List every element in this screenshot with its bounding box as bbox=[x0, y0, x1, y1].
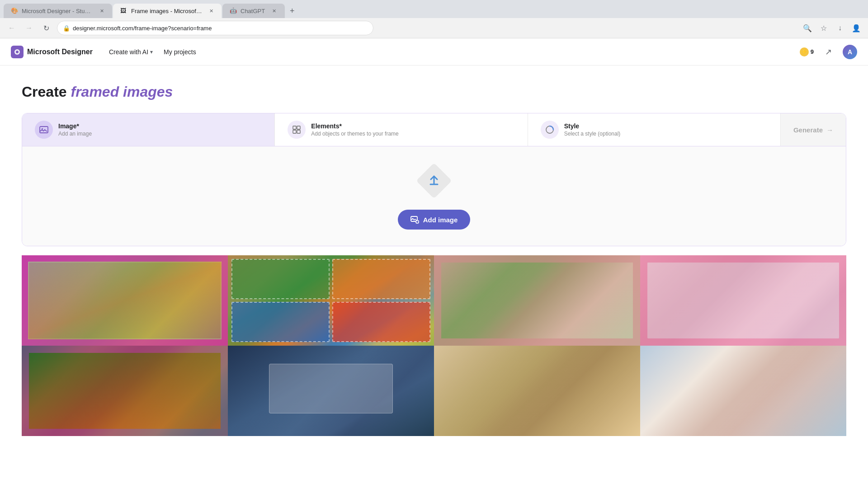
tab-designer-stunning[interactable]: 🎨 Microsoft Designer - Stunning... ✕ bbox=[4, 4, 112, 18]
my-projects-label: My projects bbox=[164, 48, 196, 56]
create-with-ai-nav[interactable]: Create with AI ▾ bbox=[104, 45, 158, 59]
svg-rect-6 bbox=[297, 126, 300, 129]
image-icon bbox=[39, 125, 49, 135]
image-section-text: Image* Add an image bbox=[58, 122, 92, 137]
generate-button[interactable]: Generate → bbox=[781, 113, 846, 146]
gallery bbox=[22, 255, 846, 436]
svg-rect-5 bbox=[293, 126, 296, 129]
back-button[interactable]: ← bbox=[5, 22, 18, 34]
svg-rect-8 bbox=[297, 130, 300, 133]
elements-icon bbox=[292, 125, 302, 135]
lens-button[interactable]: 🔍 bbox=[801, 22, 814, 34]
gallery-item-fruits[interactable] bbox=[22, 346, 228, 436]
address-bar: ← → ↻ 🔒 designer.microsoft.com/frame-ima… bbox=[0, 18, 868, 38]
elements-section-icon bbox=[288, 121, 306, 139]
forward-button[interactable]: → bbox=[23, 22, 35, 34]
add-image-label: Add image bbox=[423, 216, 458, 224]
add-image-icon bbox=[410, 215, 420, 224]
gallery-overlay-craft bbox=[434, 346, 640, 436]
svg-point-2 bbox=[16, 51, 19, 53]
logo-icon bbox=[11, 46, 24, 58]
url-text: designer.microsoft.com/frame-image?scena… bbox=[73, 25, 212, 32]
style-section[interactable]: Style Select a style (optional) bbox=[528, 113, 781, 146]
tab-favicon-2: 🖼 bbox=[120, 7, 127, 14]
tab-close-3[interactable]: ✕ bbox=[270, 7, 278, 14]
profile-button[interactable]: 👤 bbox=[850, 22, 863, 34]
svg-point-4 bbox=[42, 128, 43, 130]
tab-title-2: Frame images - Microsoft Des... bbox=[131, 8, 203, 14]
style-section-icon bbox=[541, 121, 559, 139]
tab-close-1[interactable]: ✕ bbox=[99, 7, 105, 14]
image-section-label: Image* bbox=[58, 122, 92, 130]
style-section-text: Style Select a style (optional) bbox=[564, 122, 621, 137]
header-right: ⚡ 9 ↗ A bbox=[800, 45, 857, 59]
gallery-item-cupcake[interactable] bbox=[22, 255, 228, 346]
gallery-item-craft[interactable] bbox=[434, 346, 640, 436]
app-logo[interactable]: Microsoft Designer bbox=[11, 46, 93, 58]
gallery-item-stamps[interactable] bbox=[228, 255, 434, 346]
gallery-item-wedding[interactable] bbox=[434, 255, 640, 346]
elements-section-label: Elements* bbox=[311, 122, 398, 130]
gallery-inner-pink-bow bbox=[647, 263, 839, 338]
coin-icon: ⚡ bbox=[800, 47, 809, 56]
coins-badge[interactable]: ⚡ 9 bbox=[800, 47, 814, 56]
tab-frame-images[interactable]: 🖼 Frame images - Microsoft Des... ✕ bbox=[113, 4, 222, 18]
my-projects-nav[interactable]: My projects bbox=[158, 45, 202, 59]
gallery-item-tools[interactable] bbox=[228, 346, 434, 436]
browser-chrome: 🎨 Microsoft Designer - Stunning... ✕ 🖼 F… bbox=[0, 0, 868, 38]
bookmark-button[interactable]: ☆ bbox=[817, 22, 830, 34]
tab-title-3: ChatGPT bbox=[241, 8, 265, 14]
tab-favicon-3: 🤖 bbox=[230, 7, 237, 14]
tool-wrapper: Image* Add an image Elements* Add obje bbox=[22, 113, 846, 246]
gallery-overlay-cats bbox=[640, 346, 846, 436]
avatar[interactable]: A bbox=[843, 45, 857, 59]
gallery-item-pink-bow[interactable] bbox=[640, 255, 846, 346]
image-section-icon bbox=[35, 121, 53, 139]
generate-btn-label: Generate bbox=[793, 126, 823, 134]
elements-section-sublabel: Add objects or themes to your frame bbox=[311, 131, 398, 137]
toolbar: Image* Add an image Elements* Add obje bbox=[22, 113, 846, 146]
add-image-button[interactable]: Add image bbox=[398, 210, 471, 230]
new-tab-button[interactable]: + bbox=[286, 5, 298, 17]
style-section-label: Style bbox=[564, 122, 621, 130]
page-title-plain: Create bbox=[22, 84, 71, 100]
drop-zone[interactable]: Add image bbox=[22, 146, 846, 246]
svg-rect-7 bbox=[293, 130, 296, 133]
coins-count: 9 bbox=[811, 48, 814, 55]
style-icon bbox=[545, 125, 555, 135]
create-with-ai-label: Create with AI bbox=[109, 48, 148, 56]
gallery-item-cats[interactable] bbox=[640, 346, 846, 436]
gallery-inner-cupcake bbox=[28, 262, 222, 339]
create-with-ai-dropdown-arrow: ▾ bbox=[150, 49, 153, 55]
lock-icon: 🔒 bbox=[63, 25, 70, 32]
gallery-inner-tools bbox=[269, 364, 393, 413]
svg-rect-3 bbox=[40, 127, 48, 133]
download-history-button[interactable]: ↓ bbox=[834, 22, 846, 34]
tab-title-1: Microsoft Designer - Stunning... bbox=[22, 8, 93, 14]
elements-section-text: Elements* Add objects or themes to your … bbox=[311, 122, 398, 137]
tab-bar: 🎨 Microsoft Designer - Stunning... ✕ 🖼 F… bbox=[0, 0, 868, 18]
tab-close-2[interactable]: ✕ bbox=[208, 7, 214, 14]
address-input[interactable]: 🔒 designer.microsoft.com/frame-image?sce… bbox=[57, 21, 373, 35]
page-title-highlight: framed images bbox=[71, 84, 173, 100]
refresh-button[interactable]: ↻ bbox=[40, 22, 52, 34]
style-section-sublabel: Select a style (optional) bbox=[564, 131, 621, 137]
main-content: Create framed images Image* Add an image bbox=[0, 66, 868, 436]
image-section-sublabel: Add an image bbox=[58, 131, 92, 137]
upload-icon-container bbox=[416, 163, 452, 199]
browser-actions: 🔍 ☆ ↓ 👤 bbox=[801, 22, 863, 34]
page-title: Create framed images bbox=[22, 84, 846, 100]
generate-arrow-icon: → bbox=[826, 126, 833, 134]
app-header: Microsoft Designer Create with AI ▾ My p… bbox=[0, 38, 868, 66]
gallery-stamps-grid bbox=[231, 259, 430, 342]
tab-favicon-1: 🎨 bbox=[11, 7, 18, 14]
image-section[interactable]: Image* Add an image bbox=[22, 113, 275, 146]
gallery-inner-fruits bbox=[29, 353, 221, 429]
tab-chatgpt[interactable]: 🤖 ChatGPT ✕ bbox=[222, 4, 285, 18]
gallery-border-wedding bbox=[434, 255, 640, 346]
avatar-initial: A bbox=[848, 48, 852, 56]
upload-arrow-icon bbox=[421, 167, 447, 194]
app-logo-text: Microsoft Designer bbox=[27, 48, 93, 56]
share-button[interactable]: ↗ bbox=[821, 45, 835, 59]
elements-section[interactable]: Elements* Add objects or themes to your … bbox=[275, 113, 528, 146]
